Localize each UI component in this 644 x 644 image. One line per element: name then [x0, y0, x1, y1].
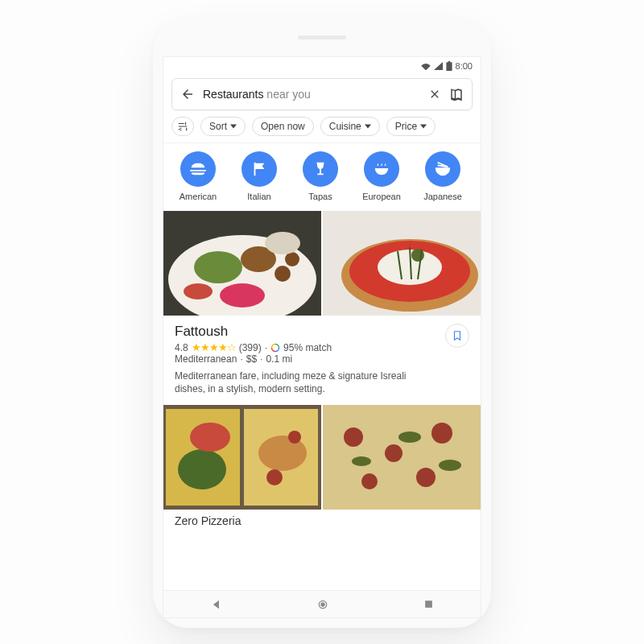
category-american[interactable]: American: [173, 151, 223, 201]
search-bar[interactable]: Restaurants near you: [171, 78, 473, 110]
svg-point-25: [288, 431, 301, 444]
result-rating-line: 4.8 ★★★★☆ (399) · 95% match: [175, 341, 469, 353]
result-photos[interactable]: [163, 211, 481, 316]
map-icon[interactable]: [449, 87, 464, 101]
ramen-icon: [425, 151, 460, 187]
match-percent: 95% match: [283, 342, 332, 353]
bookmark-button[interactable]: [445, 324, 469, 348]
phone-frame: 8:00 Restaurants near you Sort: [153, 16, 491, 628]
svg-point-21: [178, 449, 226, 489]
bowl-icon: [364, 151, 399, 187]
svg-point-32: [416, 468, 436, 487]
svg-point-2: [194, 251, 242, 283]
svg-point-28: [344, 427, 363, 447]
battery-icon: [446, 61, 452, 71]
photo-pizza-top[interactable]: [323, 405, 481, 510]
svg-rect-38: [425, 601, 432, 608]
nav-home-icon[interactable]: [316, 598, 329, 611]
nav-back-icon[interactable]: [211, 599, 222, 610]
svg-point-30: [431, 423, 452, 444]
svg-point-22: [190, 423, 230, 452]
svg-point-29: [385, 444, 402, 462]
price-range: $$: [246, 353, 257, 365]
stars-icon: ★★★★☆: [192, 341, 236, 353]
photo-meze-plate[interactable]: [163, 211, 321, 316]
close-icon[interactable]: [428, 88, 441, 101]
chip-label: Sort: [209, 121, 227, 132]
svg-point-24: [266, 469, 283, 485]
screen: 8:00 Restaurants near you Sort: [163, 56, 481, 618]
dot-sep: ·: [265, 342, 267, 353]
cuisine-type: Mediterranean: [175, 353, 237, 365]
category-label: Tapas: [295, 192, 345, 201]
photo-bruschetta[interactable]: [323, 211, 481, 316]
cuisine-chip[interactable]: Cuisine: [320, 117, 380, 136]
result-description: Mediterranean fare, including meze & sig…: [175, 369, 432, 395]
status-clock: 8:00: [456, 61, 473, 71]
photo-pizza-tray[interactable]: [163, 405, 321, 510]
search-query[interactable]: Restaurants near you: [203, 88, 420, 101]
svg-rect-27: [323, 405, 481, 510]
rating-value: 4.8: [175, 342, 188, 353]
wine-icon: [303, 151, 338, 187]
svg-point-5: [275, 266, 291, 282]
svg-point-35: [439, 460, 461, 471]
svg-point-8: [184, 283, 213, 299]
speaker-grill: [298, 35, 346, 39]
status-bar: 8:00: [163, 57, 481, 73]
burger-icon: [180, 151, 216, 187]
category-label: American: [173, 192, 223, 201]
chip-label: Price: [395, 121, 417, 132]
results-list[interactable]: Fattoush 4.8 ★★★★☆ (399) · 95% match Med…: [163, 211, 481, 590]
svg-point-4: [220, 283, 265, 308]
category-label: Japanese: [418, 192, 468, 201]
nav-recent-icon[interactable]: [423, 599, 434, 609]
wifi-icon: [421, 62, 431, 70]
category-tapas[interactable]: Tapas: [295, 151, 345, 201]
sort-chip[interactable]: Sort: [200, 117, 246, 136]
flag-icon: [242, 151, 277, 187]
svg-point-37: [320, 602, 324, 606]
result-card-fattoush[interactable]: Fattoush 4.8 ★★★★☆ (399) · 95% match Med…: [163, 316, 481, 405]
search-query-sub: near you: [263, 88, 310, 101]
back-arrow-icon[interactable]: [180, 87, 195, 101]
chip-label: Open now: [261, 121, 305, 132]
chip-label: Cuisine: [329, 121, 361, 132]
dot-sep: ·: [260, 353, 262, 365]
android-nav-bar: [163, 590, 481, 617]
svg-point-33: [398, 431, 421, 443]
category-row[interactable]: American Italian Tapas European: [163, 143, 481, 211]
google-match-icon: [270, 343, 280, 353]
dot-sep: ·: [240, 353, 242, 365]
search-query-main: Restaurants: [203, 88, 263, 101]
result-info-line: Mediterranean · $$ · 0.1 mi: [175, 353, 469, 365]
result-name-partial[interactable]: Zero Pizzeria: [163, 510, 481, 527]
review-count: (399): [239, 342, 262, 353]
svg-point-34: [352, 456, 371, 466]
result-photos[interactable]: [163, 405, 481, 510]
distance: 0.1 mi: [266, 353, 292, 365]
svg-point-31: [361, 473, 378, 489]
category-label: Italian: [234, 192, 284, 201]
signal-icon: [434, 62, 443, 70]
tune-chip[interactable]: [171, 117, 194, 136]
category-japanese[interactable]: Japanese: [418, 151, 468, 201]
svg-point-6: [285, 252, 299, 266]
svg-point-7: [265, 232, 300, 254]
category-italian[interactable]: Italian: [234, 151, 284, 201]
result-name: Fattoush: [175, 324, 469, 340]
category-european[interactable]: European: [357, 151, 407, 201]
price-chip[interactable]: Price: [386, 117, 436, 136]
category-label: European: [357, 192, 407, 201]
open-now-chip[interactable]: Open now: [252, 117, 314, 136]
filter-row: Sort Open now Cuisine Price: [163, 115, 481, 143]
